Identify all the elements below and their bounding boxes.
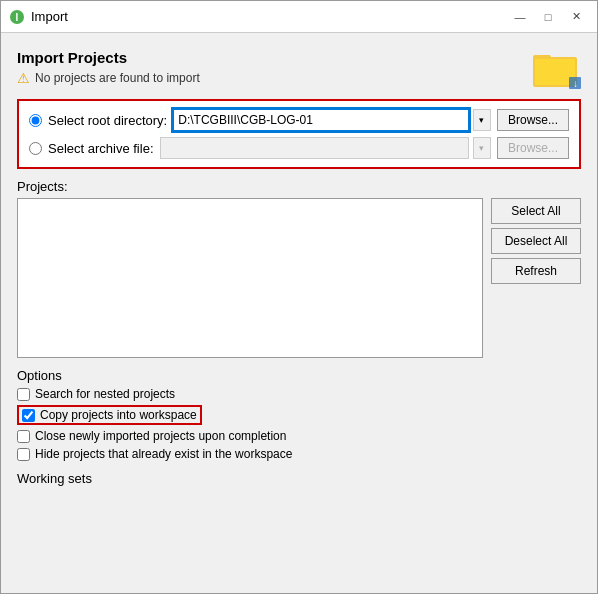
projects-buttons: Select All Deselect All Refresh	[491, 198, 581, 358]
projects-label: Projects:	[17, 179, 581, 194]
working-sets-label: Working sets	[17, 471, 92, 486]
svg-text:↓: ↓	[573, 78, 578, 89]
refresh-button[interactable]: Refresh	[491, 258, 581, 284]
options-label: Options	[17, 368, 581, 383]
window-title: Import	[31, 9, 68, 24]
archive-browse-button[interactable]: Browse...	[497, 137, 569, 159]
title-bar-buttons: — □ ✕	[507, 7, 589, 27]
close-imported-label: Close newly imported projects upon compl…	[35, 429, 286, 443]
archive-file-radio[interactable]	[29, 142, 42, 155]
folder-icon: ↓	[533, 49, 581, 89]
options-section: Options Search for nested projects Copy …	[17, 368, 581, 461]
archive-file-row: Select archive file: ▾ Browse...	[29, 137, 569, 159]
dialog-content: Import Projects ⚠ No projects are found …	[1, 33, 597, 593]
hide-existing-checkbox[interactable]	[17, 448, 30, 461]
warning-text: No projects are found to import	[35, 71, 200, 85]
search-nested-row: Search for nested projects	[17, 387, 581, 401]
root-path-combo: ▾	[173, 109, 491, 131]
projects-section: Projects: Select All Deselect All Refres…	[17, 179, 581, 358]
warning-row: ⚠ No projects are found to import	[17, 70, 200, 86]
root-directory-radio[interactable]	[29, 114, 42, 127]
close-button[interactable]: ✕	[563, 7, 589, 27]
root-path-dropdown[interactable]: ▾	[473, 109, 491, 131]
root-path-input[interactable]	[173, 109, 469, 131]
archive-file-label: Select archive file:	[48, 141, 154, 156]
import-window: I Import — □ ✕ Import Projects ⚠ No proj…	[0, 0, 598, 594]
directory-section: Select root directory: ▾ Browse... Selec…	[17, 99, 581, 169]
close-imported-row: Close newly imported projects upon compl…	[17, 429, 581, 443]
import-title-section: Import Projects ⚠ No projects are found …	[17, 49, 200, 86]
copy-workspace-row: Copy projects into workspace	[17, 405, 202, 425]
archive-path-input[interactable]	[160, 137, 469, 159]
archive-path-combo: ▾	[160, 137, 491, 159]
copy-workspace-checkbox[interactable]	[22, 409, 35, 422]
root-directory-label: Select root directory:	[48, 113, 167, 128]
dialog-title: Import Projects	[17, 49, 200, 66]
select-all-button[interactable]: Select All	[491, 198, 581, 224]
title-bar-left: I Import	[9, 9, 68, 25]
root-browse-button[interactable]: Browse...	[497, 109, 569, 131]
projects-area: Select All Deselect All Refresh	[17, 198, 581, 358]
copy-workspace-label: Copy projects into workspace	[40, 408, 197, 422]
projects-list[interactable]	[17, 198, 483, 358]
title-bar: I Import — □ ✕	[1, 1, 597, 33]
svg-text:I: I	[16, 12, 19, 23]
hide-existing-row: Hide projects that already exist in the …	[17, 447, 581, 461]
maximize-button[interactable]: □	[535, 7, 561, 27]
window-icon: I	[9, 9, 25, 25]
hide-existing-label: Hide projects that already exist in the …	[35, 447, 292, 461]
deselect-all-button[interactable]: Deselect All	[491, 228, 581, 254]
warning-icon: ⚠	[17, 70, 30, 86]
minimize-button[interactable]: —	[507, 7, 533, 27]
search-nested-label: Search for nested projects	[35, 387, 175, 401]
import-header: Import Projects ⚠ No projects are found …	[17, 49, 581, 89]
root-directory-row: Select root directory: ▾ Browse...	[29, 109, 569, 131]
search-nested-checkbox[interactable]	[17, 388, 30, 401]
close-imported-checkbox[interactable]	[17, 430, 30, 443]
working-sets-section: Working sets	[17, 471, 581, 486]
archive-path-dropdown: ▾	[473, 137, 491, 159]
